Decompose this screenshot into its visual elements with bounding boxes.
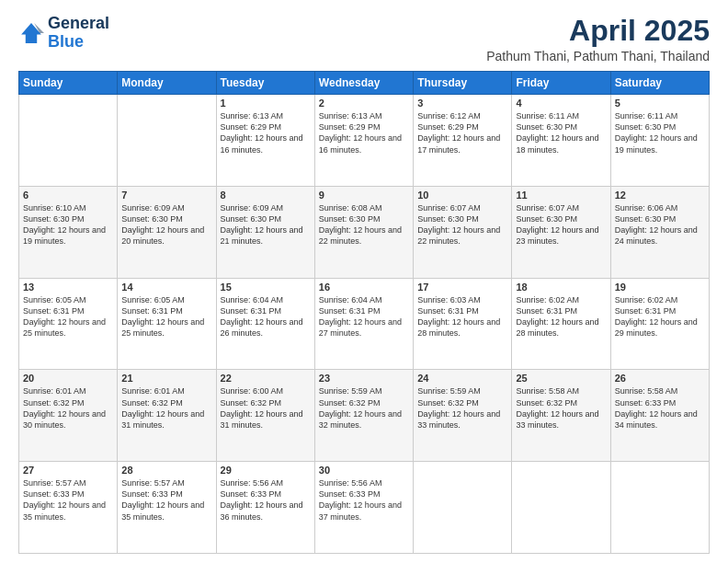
day-info: Sunrise: 6:05 AM Sunset: 6:31 PM Dayligh… [23, 294, 113, 339]
table-cell: 11Sunrise: 6:07 AM Sunset: 6:30 PM Dayli… [512, 186, 610, 278]
main-title: April 2025 [486, 15, 710, 47]
day-number: 15 [221, 282, 311, 293]
day-number: 29 [221, 465, 311, 476]
table-cell: 20Sunrise: 6:01 AM Sunset: 6:32 PM Dayli… [19, 370, 118, 462]
day-info: Sunrise: 6:10 AM Sunset: 6:30 PM Dayligh… [23, 202, 113, 247]
calendar-week-4: 20Sunrise: 6:01 AM Sunset: 6:32 PM Dayli… [19, 370, 710, 462]
header-saturday: Saturday [610, 72, 709, 95]
day-number: 26 [615, 373, 705, 384]
table-cell: 17Sunrise: 6:03 AM Sunset: 6:31 PM Dayli… [414, 278, 512, 370]
table-cell [414, 462, 512, 554]
calendar-week-1: 1Sunrise: 6:13 AM Sunset: 6:29 PM Daylig… [19, 95, 710, 187]
header: General Blue April 2025 Pathum Thani, Pa… [18, 15, 710, 63]
table-cell: 3Sunrise: 6:12 AM Sunset: 6:29 PM Daylig… [414, 95, 512, 187]
day-number: 1 [221, 98, 311, 109]
day-info: Sunrise: 6:02 AM Sunset: 6:31 PM Dayligh… [615, 294, 705, 339]
calendar-week-2: 6Sunrise: 6:10 AM Sunset: 6:30 PM Daylig… [19, 186, 710, 278]
day-info: Sunrise: 6:01 AM Sunset: 6:32 PM Dayligh… [23, 385, 113, 431]
day-number: 21 [121, 373, 211, 384]
table-cell: 21Sunrise: 6:01 AM Sunset: 6:32 PM Dayli… [118, 370, 216, 462]
day-info: Sunrise: 6:13 AM Sunset: 6:29 PM Dayligh… [319, 110, 409, 155]
day-number: 16 [319, 282, 409, 293]
table-cell [118, 95, 216, 187]
table-cell: 5Sunrise: 6:11 AM Sunset: 6:30 PM Daylig… [610, 95, 709, 187]
day-number: 25 [516, 373, 606, 384]
subtitle: Pathum Thani, Pathum Thani, Thailand [486, 49, 710, 63]
table-cell: 22Sunrise: 6:00 AM Sunset: 6:32 PM Dayli… [216, 370, 314, 462]
table-cell [512, 462, 610, 554]
table-cell [19, 95, 118, 187]
table-cell: 27Sunrise: 5:57 AM Sunset: 6:33 PM Dayli… [19, 462, 118, 554]
day-number: 8 [221, 190, 311, 201]
table-cell: 30Sunrise: 5:56 AM Sunset: 6:33 PM Dayli… [314, 462, 413, 554]
day-info: Sunrise: 5:56 AM Sunset: 6:33 PM Dayligh… [221, 477, 311, 523]
day-info: Sunrise: 5:56 AM Sunset: 6:33 PM Dayligh… [319, 477, 409, 523]
table-cell [610, 462, 709, 554]
table-cell: 18Sunrise: 6:02 AM Sunset: 6:31 PM Dayli… [512, 278, 610, 370]
day-info: Sunrise: 5:59 AM Sunset: 6:32 PM Dayligh… [417, 385, 507, 431]
day-number: 11 [516, 190, 606, 201]
table-cell: 23Sunrise: 5:59 AM Sunset: 6:32 PM Dayli… [314, 370, 413, 462]
day-info: Sunrise: 6:07 AM Sunset: 6:30 PM Dayligh… [516, 202, 606, 247]
day-number: 20 [23, 373, 113, 384]
table-cell: 4Sunrise: 6:11 AM Sunset: 6:30 PM Daylig… [512, 95, 610, 187]
day-info: Sunrise: 6:07 AM Sunset: 6:30 PM Dayligh… [417, 202, 507, 247]
day-number: 30 [319, 465, 409, 476]
day-info: Sunrise: 6:11 AM Sunset: 6:30 PM Dayligh… [615, 110, 705, 155]
page: General Blue April 2025 Pathum Thani, Pa… [0, 0, 728, 563]
day-info: Sunrise: 6:00 AM Sunset: 6:32 PM Dayligh… [221, 385, 311, 431]
day-number: 24 [417, 373, 507, 384]
day-number: 5 [615, 98, 705, 109]
day-number: 7 [121, 190, 211, 201]
header-monday: Monday [118, 72, 216, 95]
day-info: Sunrise: 6:12 AM Sunset: 6:29 PM Dayligh… [417, 110, 507, 155]
day-number: 2 [319, 98, 409, 109]
day-info: Sunrise: 6:09 AM Sunset: 6:30 PM Dayligh… [221, 202, 311, 247]
header-tuesday: Tuesday [216, 72, 314, 95]
day-number: 9 [319, 190, 409, 201]
table-cell: 28Sunrise: 5:57 AM Sunset: 6:33 PM Dayli… [118, 462, 216, 554]
day-number: 27 [23, 465, 113, 476]
day-number: 22 [221, 373, 311, 384]
logo: General Blue [18, 15, 109, 52]
table-cell: 25Sunrise: 5:58 AM Sunset: 6:32 PM Dayli… [512, 370, 610, 462]
day-number: 4 [516, 98, 606, 109]
table-cell: 9Sunrise: 6:08 AM Sunset: 6:30 PM Daylig… [314, 186, 413, 278]
day-info: Sunrise: 6:01 AM Sunset: 6:32 PM Dayligh… [121, 385, 211, 431]
table-cell: 26Sunrise: 5:58 AM Sunset: 6:33 PM Dayli… [610, 370, 709, 462]
table-cell: 24Sunrise: 5:59 AM Sunset: 6:32 PM Dayli… [414, 370, 512, 462]
table-cell: 10Sunrise: 6:07 AM Sunset: 6:30 PM Dayli… [414, 186, 512, 278]
table-cell: 7Sunrise: 6:09 AM Sunset: 6:30 PM Daylig… [118, 186, 216, 278]
day-number: 13 [23, 282, 113, 293]
calendar-table: Sunday Monday Tuesday Wednesday Thursday… [18, 71, 710, 554]
day-info: Sunrise: 5:57 AM Sunset: 6:33 PM Dayligh… [23, 477, 113, 523]
day-number: 3 [417, 98, 507, 109]
day-info: Sunrise: 5:57 AM Sunset: 6:33 PM Dayligh… [121, 477, 211, 523]
day-info: Sunrise: 6:11 AM Sunset: 6:30 PM Dayligh… [516, 110, 606, 155]
day-number: 18 [516, 282, 606, 293]
day-info: Sunrise: 6:05 AM Sunset: 6:31 PM Dayligh… [121, 294, 211, 339]
day-info: Sunrise: 5:59 AM Sunset: 6:32 PM Dayligh… [319, 385, 409, 431]
header-sunday: Sunday [19, 72, 118, 95]
day-info: Sunrise: 5:58 AM Sunset: 6:33 PM Dayligh… [615, 385, 705, 431]
calendar-week-3: 13Sunrise: 6:05 AM Sunset: 6:31 PM Dayli… [19, 278, 710, 370]
table-cell: 13Sunrise: 6:05 AM Sunset: 6:31 PM Dayli… [19, 278, 118, 370]
day-number: 28 [121, 465, 211, 476]
table-cell: 29Sunrise: 5:56 AM Sunset: 6:33 PM Dayli… [216, 462, 314, 554]
table-cell: 15Sunrise: 6:04 AM Sunset: 6:31 PM Dayli… [216, 278, 314, 370]
day-info: Sunrise: 6:13 AM Sunset: 6:29 PM Dayligh… [221, 110, 311, 155]
table-cell: 2Sunrise: 6:13 AM Sunset: 6:29 PM Daylig… [314, 95, 413, 187]
title-area: April 2025 Pathum Thani, Pathum Thani, T… [486, 15, 710, 63]
day-number: 12 [615, 190, 705, 201]
day-number: 17 [417, 282, 507, 293]
day-info: Sunrise: 6:06 AM Sunset: 6:30 PM Dayligh… [615, 202, 705, 247]
logo-icon [18, 20, 44, 46]
table-cell: 12Sunrise: 6:06 AM Sunset: 6:30 PM Dayli… [610, 186, 709, 278]
header-friday: Friday [512, 72, 610, 95]
table-cell: 16Sunrise: 6:04 AM Sunset: 6:31 PM Dayli… [314, 278, 413, 370]
day-info: Sunrise: 6:09 AM Sunset: 6:30 PM Dayligh… [121, 202, 211, 247]
table-cell: 14Sunrise: 6:05 AM Sunset: 6:31 PM Dayli… [118, 278, 216, 370]
table-cell: 19Sunrise: 6:02 AM Sunset: 6:31 PM Dayli… [610, 278, 709, 370]
table-cell: 6Sunrise: 6:10 AM Sunset: 6:30 PM Daylig… [19, 186, 118, 278]
day-number: 19 [615, 282, 705, 293]
